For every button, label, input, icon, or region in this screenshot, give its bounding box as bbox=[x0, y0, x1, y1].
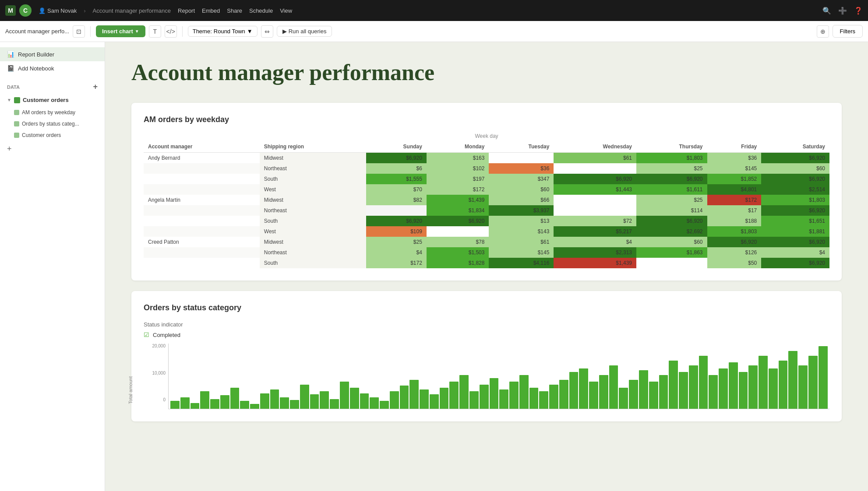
bar bbox=[220, 395, 229, 409]
bar bbox=[748, 365, 758, 409]
cell-manager bbox=[144, 205, 260, 216]
cell-value: $6,920 bbox=[761, 153, 829, 164]
cell-value: $1,852 bbox=[707, 174, 762, 184]
bar bbox=[300, 385, 309, 409]
user-menu[interactable]: 👤 Sam Novak bbox=[39, 7, 77, 14]
bar-chart bbox=[168, 344, 829, 409]
sidebar-sub-customer-orders[interactable]: Customer orders bbox=[0, 130, 105, 141]
bar bbox=[440, 388, 449, 409]
table-row: South$1,555$197$347$6,920$6,920$1,852$6,… bbox=[144, 174, 829, 184]
table-row: Northeast$4$1,503$145$2,313$1,863$126$4 bbox=[144, 247, 829, 258]
nav-report[interactable]: Report bbox=[178, 7, 195, 14]
completed-check: ☑ bbox=[144, 331, 149, 338]
nav-view[interactable]: View bbox=[280, 7, 292, 14]
sidebar: 📊 Report Builder 📓 Add Notebook DATA + ▼… bbox=[0, 42, 105, 491]
expand-button[interactable]: ⇔ bbox=[261, 25, 273, 38]
user-icon: 👤 bbox=[39, 7, 46, 14]
code-button[interactable]: </> bbox=[165, 25, 177, 38]
cell-value: $109 bbox=[366, 226, 427, 237]
cell-value: $60 bbox=[761, 163, 829, 174]
y-axis: 20,000 10,000 0 bbox=[144, 344, 168, 409]
workspace-logo[interactable]: M bbox=[5, 5, 16, 16]
theme-selector[interactable]: Theme: Round Town ▼ bbox=[188, 26, 258, 37]
filters-button[interactable]: Filters bbox=[833, 25, 863, 38]
cell-region: Midwest bbox=[260, 195, 366, 205]
cell-value: $2,313 bbox=[554, 247, 636, 258]
bar bbox=[788, 351, 797, 409]
bar bbox=[739, 372, 748, 409]
topbar-logo: M C bbox=[5, 4, 32, 17]
cell-value: $6,920 bbox=[707, 237, 762, 247]
table-row: West$109$143$5,217$2,692$1,803$1,881 bbox=[144, 226, 829, 237]
cell-value: $25 bbox=[636, 163, 707, 174]
cell-manager bbox=[144, 247, 260, 258]
insert-chart-button[interactable]: Insert chart ▼ bbox=[96, 25, 145, 37]
sidebar-sub-orders-status[interactable]: Orders by status categ... bbox=[0, 118, 105, 130]
run-icon: ▶ bbox=[282, 28, 287, 35]
th-friday: Friday bbox=[707, 141, 762, 153]
cell-value: $163 bbox=[427, 153, 489, 164]
bar bbox=[669, 361, 678, 409]
cell-value: $172 bbox=[427, 184, 489, 195]
filter-add-button[interactable]: ⊕ bbox=[817, 25, 829, 38]
nav-share[interactable]: Share bbox=[227, 7, 242, 14]
cell-value: $4 bbox=[761, 247, 829, 258]
cell-value: $36 bbox=[489, 163, 554, 174]
bar bbox=[599, 375, 608, 409]
cell-value: $2,514 bbox=[761, 184, 829, 195]
cell-manager: Andy Bernard bbox=[144, 153, 260, 164]
cell-region: South bbox=[260, 216, 366, 226]
sidebar-item-add-notebook[interactable]: 📓 Add Notebook bbox=[0, 61, 105, 75]
bar bbox=[390, 391, 399, 409]
run-queries-button[interactable]: ▶ Run all queries bbox=[277, 26, 332, 37]
cell-value: $1,803 bbox=[636, 153, 707, 164]
content-area: Account manager performance AM orders by… bbox=[105, 42, 868, 491]
cell-region: South bbox=[260, 258, 366, 268]
bar bbox=[370, 397, 379, 409]
sidebar-sub-am-orders[interactable]: AM orders by weekday bbox=[0, 107, 105, 118]
help-icon[interactable]: ❓ bbox=[854, 7, 863, 15]
cell-value: $36 bbox=[707, 153, 762, 164]
nav-schedule[interactable]: Schedule bbox=[249, 7, 273, 14]
cell-value: $17 bbox=[707, 205, 762, 216]
bar bbox=[519, 375, 529, 409]
table-row: Angela MartinMidwest$82$1,439$66$25$172$… bbox=[144, 195, 829, 205]
cell-value: $1,651 bbox=[761, 216, 829, 226]
toggle-sidebar-button[interactable]: ⊡ bbox=[73, 25, 85, 38]
sidebar-add-item[interactable]: + bbox=[0, 141, 105, 157]
chart-card-orders-status: Orders by status category Status indicat… bbox=[131, 291, 842, 421]
bar bbox=[490, 378, 499, 409]
cell-value: $1,555 bbox=[366, 174, 427, 184]
bar bbox=[250, 404, 259, 409]
cell-value: $61 bbox=[489, 237, 554, 247]
add-icon[interactable]: ➕ bbox=[838, 7, 847, 15]
bar bbox=[280, 397, 289, 409]
cell-region: Midwest bbox=[260, 237, 366, 247]
cell-value: $6,920 bbox=[636, 174, 707, 184]
bar bbox=[529, 388, 539, 409]
search-icon[interactable]: 🔍 bbox=[822, 7, 831, 15]
bar bbox=[649, 382, 658, 409]
sidebar-item-report-builder[interactable]: 📊 Report Builder bbox=[0, 47, 105, 61]
table-row: West$70$172$60$1,443$1,611$4,801$2,514 bbox=[144, 184, 829, 195]
table-row: Creed PattonMidwest$25$78$61$4$60$6,920$… bbox=[144, 237, 829, 247]
bar bbox=[459, 375, 469, 409]
bar bbox=[659, 375, 668, 409]
cell-value: $1,803 bbox=[707, 226, 762, 237]
sidebar-datasource[interactable]: ▼ Customer orders bbox=[0, 93, 105, 107]
datasource-icon bbox=[14, 97, 20, 103]
bar bbox=[310, 394, 319, 409]
text-button[interactable]: T bbox=[149, 25, 161, 38]
app-logo[interactable]: C bbox=[19, 4, 32, 17]
cell-value: $61 bbox=[554, 153, 636, 164]
heatmap-wrap: Week day Account manager Shipping region… bbox=[144, 133, 829, 268]
cell-manager bbox=[144, 163, 260, 174]
cell-manager: Angela Martin bbox=[144, 195, 260, 205]
data-add-icon[interactable]: + bbox=[93, 82, 98, 91]
cell-value: $13 bbox=[489, 216, 554, 226]
table-row: Northeast$1,834$3,937$114$17$6,920 bbox=[144, 205, 829, 216]
bar bbox=[609, 365, 618, 409]
cell-value: $1,611 bbox=[636, 184, 707, 195]
nav-embed[interactable]: Embed bbox=[202, 7, 220, 14]
th-thursday: Thursday bbox=[636, 141, 707, 153]
